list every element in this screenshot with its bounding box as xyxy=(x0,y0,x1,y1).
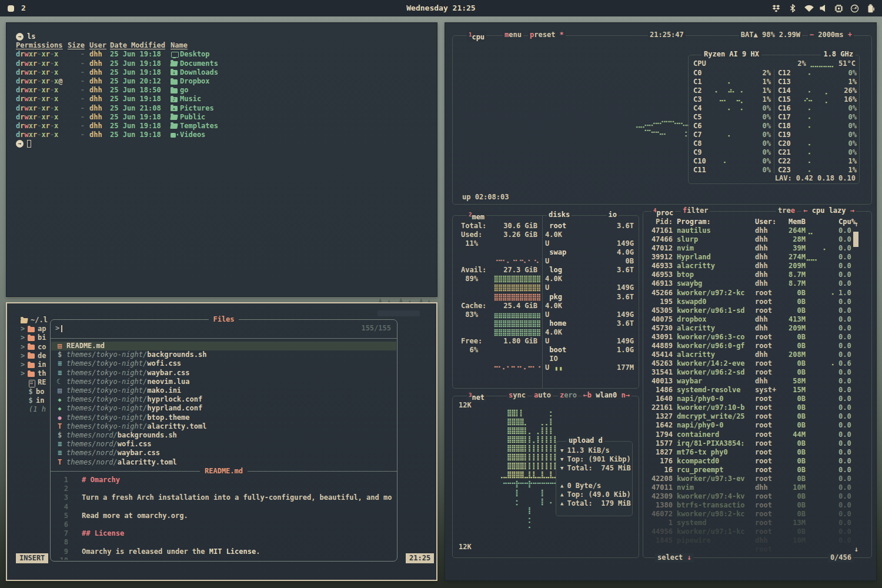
process-row[interactable]: 40013 waybar dhh 58M 0.0 xyxy=(643,377,871,386)
dropbox-icon[interactable] xyxy=(772,4,780,12)
sort-column-selector[interactable]: ← cpu lazy → xyxy=(801,206,856,215)
picker-file-row[interactable]: T themes/tokyo-night/alacritty.toml xyxy=(51,422,396,431)
preset-button[interactable]: preset * xyxy=(528,31,566,39)
core-label: C12 xyxy=(778,69,799,78)
process-row[interactable]: 45266 kworker/u97:2-kc root 0B ⠀⠀⠀⠀⠀⠀⠄ 1… xyxy=(643,289,871,298)
file-owner: dhh xyxy=(89,131,107,139)
process-mem: 0B xyxy=(783,333,806,342)
process-row[interactable]: 1380 btrfs-transactio root 0B 0.0 xyxy=(643,501,871,510)
net-zero-button[interactable]: zero xyxy=(558,391,579,400)
folder-icon xyxy=(28,362,35,368)
preview-line: 3 Turn a fresh Arch installation into a … xyxy=(51,493,396,502)
picker-file-row[interactable]: ▤ themes/tokyo-night/mako.ini xyxy=(51,386,396,395)
process-row[interactable]: 46072 kworker/u98:2-kc root 0B 0.0 xyxy=(643,510,871,519)
net-scale-top: 12K xyxy=(459,401,472,410)
process-row[interactable]: 40075 dropbox dhh 413M 0.0 xyxy=(643,315,871,324)
process-row[interactable]: 22161 kworker/u97:10-b root 0B 0.0 xyxy=(643,403,871,412)
process-row[interactable]: 46913 swaybg dhh 8.7M 0.0 xyxy=(643,279,871,288)
process-cpu-percent: 0.0 xyxy=(838,368,851,377)
process-row[interactable]: 1327 dmcrypt_write/25 root 0B 0.0 xyxy=(643,412,871,421)
preview-line: 4 xyxy=(51,503,396,512)
process-row[interactable]: 1577 irq/81-PIXA3854: root 0B 0.0 xyxy=(643,439,871,448)
picker-search-input[interactable]: > xyxy=(55,324,62,333)
process-row[interactable]: 42208 kworker/u97:3-ev root 0B 0.0 xyxy=(643,475,871,483)
scroll-down-indicator[interactable]: ↓ xyxy=(854,545,858,554)
net-sync-button[interactable]: sync xyxy=(507,391,527,400)
process-row[interactable]: 45263 kworker/14:2-eve root 0B ⠀⠀⠀⠀⠀⠀⠄ 0… xyxy=(643,359,871,368)
process-row[interactable]: 1 systemd root 13M 0.0 xyxy=(643,519,871,527)
picker-file-row[interactable]: ☾ themes/tokyo-night/neovim.lua xyxy=(51,377,396,386)
process-row[interactable]: 1827 mt76-tx phy0 root 0B 0.0 xyxy=(643,448,871,457)
net-interface-switch[interactable]: ←b wlan0 n→ xyxy=(582,391,632,400)
mem-box-title[interactable]: 2mem xyxy=(467,211,486,222)
gauge-icon[interactable] xyxy=(850,4,859,12)
process-row[interactable]: 31541 kworker/u96:2-sd root 0B 0.0 xyxy=(643,368,871,377)
process-cpu-percent: 0.0 xyxy=(838,439,851,448)
process-row[interactable]: 43091 kworker/u96:3-co root 0B 0.0 xyxy=(643,333,871,342)
process-row[interactable]: 47466 slurp dhh 28M 0.0 xyxy=(643,235,871,244)
cpu-core-panel: Ryzen AI 9 HX 1.8 GHz CPU 2% ⣀⣀⣀⣀⣀⡀ 51°C… xyxy=(688,55,860,184)
file-name: wofi.css xyxy=(118,440,152,448)
picker-file-row[interactable]: ◆ themes/tokyo-night/hyprlock.conf xyxy=(51,395,396,404)
picker-file-row[interactable]: T themes/nord/alacritty.toml xyxy=(51,457,396,466)
bluetooth-icon[interactable] xyxy=(789,4,796,12)
process-row[interactable]: 47011 nvim dhh 10M 0.0 xyxy=(643,483,871,492)
shell-prompt-empty[interactable] xyxy=(16,139,433,148)
cpu-box-title[interactable]: 1cpu xyxy=(467,31,486,42)
refresh-rate-control[interactable]: − 2000ms + xyxy=(808,31,854,39)
disk-value: 3.6T xyxy=(617,222,634,230)
select-button[interactable]: select ↓ xyxy=(655,553,694,562)
io-button[interactable]: io xyxy=(607,211,619,219)
process-mem: 28M xyxy=(783,235,806,244)
process-row[interactable]: 16 rcu_preempt root 0B 0.0 xyxy=(643,466,871,475)
process-row[interactable]: 1845 pipewire dhh 10M 0.0 xyxy=(643,536,871,545)
wifi-icon[interactable] xyxy=(804,4,814,12)
scroll-up-indicator[interactable]: ↑ xyxy=(854,220,858,229)
picker-file-row[interactable]: ◆ themes/tokyo-night/hyprland.conf xyxy=(51,404,396,413)
process-row[interactable]: 47161 nautilus dhh 264M ⢀⡀ 0.0 xyxy=(643,226,871,235)
picker-file-row[interactable]: $ themes/tokyo-night/backgrounds.sh xyxy=(51,350,396,359)
cpu-chip-icon[interactable] xyxy=(834,4,843,12)
process-row[interactable]: 195 kswapd0 root 0B 0.0 xyxy=(643,298,871,306)
process-row[interactable]: 1794 containerd root 44M 0.0 xyxy=(643,430,871,439)
process-row[interactable]: 1486 systemd-resolve syst+ 15M 0.0 xyxy=(643,386,871,395)
ls-file-row: drwxr-xr-x - dhh 25 Jun 19:18 Desktop xyxy=(16,50,433,59)
battery-icon[interactable] xyxy=(866,4,876,12)
process-row[interactable]: 46933 alacritty dhh 209M 0.0 xyxy=(643,262,871,270)
process-row[interactable]: 44889 kworker/u96:0-gf root 0B 0.0 xyxy=(643,342,871,350)
net-auto-button[interactable]: auto xyxy=(532,391,553,400)
process-mem: 0B xyxy=(783,457,806,466)
folder-open-icon xyxy=(21,318,28,323)
tree-toggle-button[interactable]: tree xyxy=(776,206,797,215)
picker-file-row[interactable]: $ themes/nord/backgrounds.sh xyxy=(51,431,396,440)
process-row[interactable]: 45730 alacritty dhh 209M 0.0 xyxy=(643,324,871,333)
picker-file-row[interactable]: ● themes/tokyo-night/btop.theme xyxy=(51,413,396,422)
process-user: dhh xyxy=(755,270,783,279)
process-row[interactable]: 45305 kworker/u96:1-sd root 0B 0.0 xyxy=(643,306,871,315)
process-row[interactable]: 1640 napi/phy0-0 root 0B 0.0 xyxy=(643,395,871,403)
picker-file-row[interactable]: ≡ themes/tokyo-night/waybar.css xyxy=(51,369,396,377)
proc-scrollbar[interactable] xyxy=(853,232,858,247)
cpu-core-row: C8 0% xyxy=(693,139,771,148)
process-row[interactable]: 47012 nvim dhh 39M ⠀⠀⠀⠀⠄ 0.0 xyxy=(643,244,871,253)
disk-label: U xyxy=(545,239,549,248)
proc-box-title[interactable]: 4proc xyxy=(652,206,675,218)
process-row[interactable]: 45414 alacritty dhh 208M 0.0 xyxy=(643,350,871,359)
core-sparkline: ⠀⠀⠄ xyxy=(799,148,837,157)
picker-file-row[interactable]: ≡ themes/tokyo-night/wofi.css xyxy=(51,359,396,368)
menu-button[interactable]: menu xyxy=(503,31,523,39)
btop-proc-box: 4proc filter tree ← cpu lazy → Pid: Prog… xyxy=(643,211,872,558)
file-type-icon: ☾ xyxy=(56,377,64,386)
process-row[interactable]: 1642 napi/phy0-0 root 0B 0.0 xyxy=(643,421,871,430)
picker-file-row[interactable]: ≡ themes/nord/waybar.css xyxy=(51,449,396,457)
process-row[interactable]: 176 kcompactd0 root 0B 0.0 xyxy=(643,457,871,466)
volume-icon[interactable] xyxy=(819,4,827,12)
process-row[interactable]: 39912 Hyprland dhh 274M ⣀⣀⡀ 0.0 xyxy=(643,253,871,262)
process-row[interactable]: 44956 kworker/u97:1-kc root 0B 0.0 xyxy=(643,527,871,536)
filter-button[interactable]: filter xyxy=(681,206,710,215)
process-row[interactable]: 46953 btop dhh 8.7M 0.0 xyxy=(643,270,871,279)
core-percent: 0% xyxy=(751,122,771,131)
picker-file-row[interactable]: ≡ themes/nord/wofi.css xyxy=(51,440,396,449)
picker-file-row[interactable]: ▤ README.md xyxy=(51,342,396,350)
process-row[interactable]: 42309 kworker/u97:4-kv root 0B 0.0 xyxy=(643,492,871,501)
